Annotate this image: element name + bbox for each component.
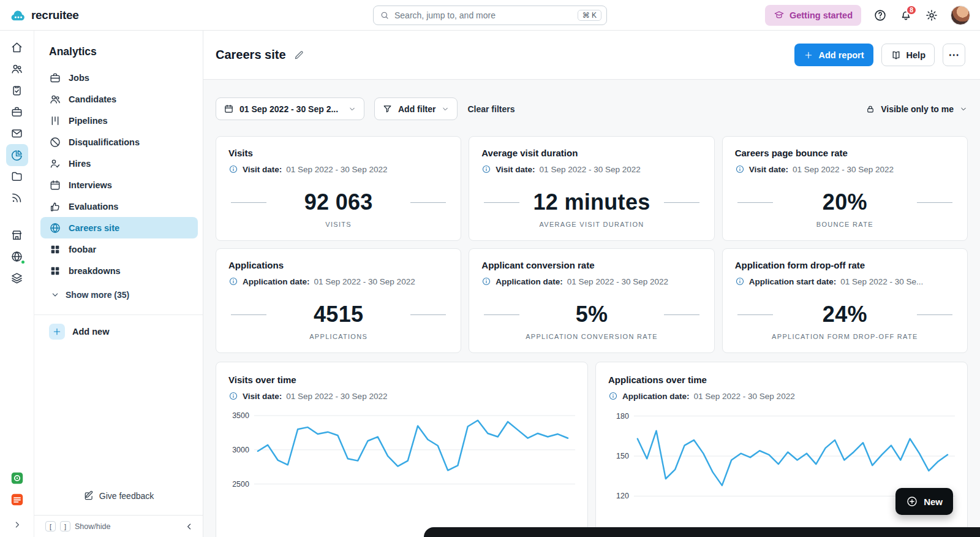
sidebar-item-disqualifications[interactable]: Disqualifications xyxy=(40,131,198,153)
help-circle-button[interactable] xyxy=(873,9,887,22)
edit-title-button[interactable] xyxy=(293,50,304,61)
metric-unit: BOUNCE RATE xyxy=(735,221,955,228)
sidebar-item-label: Disqualifications xyxy=(69,137,140,147)
sidebar-item-jobs[interactable]: Jobs xyxy=(40,67,198,88)
svg-text:120: 120 xyxy=(616,492,629,500)
graduation-cap-icon xyxy=(774,10,785,21)
rail-candidates[interactable] xyxy=(6,58,28,80)
sidebar-item-candidates[interactable]: Candidates xyxy=(40,88,198,110)
info-icon xyxy=(481,276,491,286)
rail-expand-button[interactable] xyxy=(12,520,22,530)
svg-text:180: 180 xyxy=(616,412,629,421)
decorative-line xyxy=(231,314,266,315)
show-more-button[interactable]: Show more (35) xyxy=(40,285,198,305)
sidebar-item-hires[interactable]: Hires xyxy=(40,153,198,174)
date-label: Visit date: xyxy=(496,165,535,174)
help-button[interactable]: Help xyxy=(881,44,935,66)
rail-home[interactable] xyxy=(6,37,28,58)
date-value: 01 Sep 2022 - 30 Sep 2022 xyxy=(793,165,894,174)
chevron-down-icon xyxy=(959,105,968,113)
rail-files[interactable] xyxy=(6,166,28,187)
sidebar-item-label: Candidates xyxy=(69,94,116,104)
search-input[interactable] xyxy=(394,10,573,20)
add-filter-button[interactable]: Add filter xyxy=(374,97,458,120)
metric-title: Visits xyxy=(228,148,448,158)
rail-inbox[interactable] xyxy=(6,123,28,144)
metric-value: 24% xyxy=(823,302,867,327)
new-fab-button[interactable]: New xyxy=(895,488,953,515)
metric-card-avg-duration: Average visit duration Visit date: 01 Se… xyxy=(469,136,714,241)
rail-jobs[interactable] xyxy=(6,101,28,123)
brand[interactable]: recruitee xyxy=(10,7,79,24)
metric-value-row: 4515 xyxy=(228,302,448,327)
global-search[interactable]: ⌘ K xyxy=(373,6,607,25)
users-icon xyxy=(10,63,23,75)
pipeline-icon xyxy=(49,115,61,127)
bottom-overlay-sheet xyxy=(424,527,980,537)
sidebar-item-interviews[interactable]: Interviews xyxy=(40,174,198,196)
help-label: Help xyxy=(907,50,925,60)
rail-integrations[interactable] xyxy=(6,267,28,289)
filter-icon xyxy=(382,104,393,114)
notifications-button[interactable]: 8 xyxy=(899,9,913,22)
folder-icon xyxy=(10,170,23,183)
sidebar-item-foobar[interactable]: foobar xyxy=(40,238,198,260)
decorative-line xyxy=(664,314,699,315)
sidebar-item-careers-site[interactable]: Careers site xyxy=(40,217,198,238)
date-value: 01 Sep 2022 - 30 Sep 2022 xyxy=(286,165,387,174)
date-range-value: 01 Sep 2022 - 30 Sep 2... xyxy=(239,104,342,114)
info-icon xyxy=(481,164,491,174)
metric-unit: APPLICATIONS xyxy=(228,333,448,340)
show-hide-label: Show/hide xyxy=(75,522,110,531)
add-report-label: Add report xyxy=(818,50,864,60)
search-shortcut-key: ⌘ K xyxy=(578,10,601,21)
metric-card-bounce-rate: Careers page bounce rate Visit date: 01 … xyxy=(722,136,968,241)
add-new-button[interactable]: Add new xyxy=(49,324,203,340)
settings-button[interactable] xyxy=(925,9,938,22)
filter-bar: 01 Sep 2022 - 30 Sep 2... Add filter Cle… xyxy=(216,97,968,120)
date-range-select[interactable]: 01 Sep 2022 - 30 Sep 2... xyxy=(216,97,364,120)
metric-value: 20% xyxy=(823,189,867,215)
rail-tasks[interactable] xyxy=(6,80,28,101)
integration-app-orange[interactable] xyxy=(10,492,24,507)
rail-marketplace[interactable] xyxy=(6,224,28,246)
avatar[interactable] xyxy=(951,6,970,25)
decorative-line xyxy=(737,202,773,203)
store-icon xyxy=(10,229,23,242)
rail-analytics[interactable] xyxy=(6,144,28,166)
book-icon xyxy=(891,50,902,61)
sidebar-item-label: foobar xyxy=(69,245,96,254)
metric-date-line: Visit date: 01 Sep 2022 - 30 Sep 2022 xyxy=(228,164,448,174)
more-options-button[interactable]: ⋯ xyxy=(943,44,965,66)
getting-started-button[interactable]: Getting started xyxy=(765,5,861,26)
search-icon xyxy=(380,10,390,20)
metric-card-conversion-rate: Applicant conversion rate Application da… xyxy=(469,248,714,353)
integration-app-green[interactable] xyxy=(10,471,24,486)
sidebar-item-pipelines[interactable]: Pipelines xyxy=(40,110,198,131)
layers-icon xyxy=(10,272,23,284)
icon-rail xyxy=(0,31,34,537)
metric-unit: APPLICATION CONVERSION RATE xyxy=(481,333,701,340)
rail-feed[interactable] xyxy=(6,187,28,208)
sidebar-item-label: Careers site xyxy=(69,223,119,233)
sidebar-item-breakdowns[interactable]: breakdowns xyxy=(40,260,198,281)
new-fab-label: New xyxy=(924,497,943,507)
sidebar-collapse-button[interactable] xyxy=(184,522,194,531)
plus-icon xyxy=(52,327,62,337)
metric-unit: APPLICATION FORM DROP-OFF RATE xyxy=(735,333,955,340)
plus-icon xyxy=(804,50,813,60)
rail-careers-site[interactable] xyxy=(6,246,28,267)
clear-filters-button[interactable]: Clear filters xyxy=(467,104,514,114)
add-report-button[interactable]: Add report xyxy=(794,44,873,66)
date-value: 01 Sep 2022 - 30 Sep 2022 xyxy=(314,277,415,286)
give-feedback-button[interactable]: Give feedback xyxy=(83,490,154,501)
visibility-select[interactable]: Visible only to me xyxy=(865,104,968,114)
metric-value-row: 20% xyxy=(735,189,955,215)
rail-bottom-apps xyxy=(10,471,24,537)
metric-date-line: Application date: 01 Sep 2022 - 30 Sep 2… xyxy=(481,276,701,286)
lock-icon xyxy=(865,104,875,114)
page-header: Careers site Add report Help ⋯ xyxy=(203,31,980,80)
info-icon xyxy=(735,164,745,174)
sidebar-item-evaluations[interactable]: Evaluations xyxy=(40,196,198,217)
home-icon xyxy=(10,41,23,54)
